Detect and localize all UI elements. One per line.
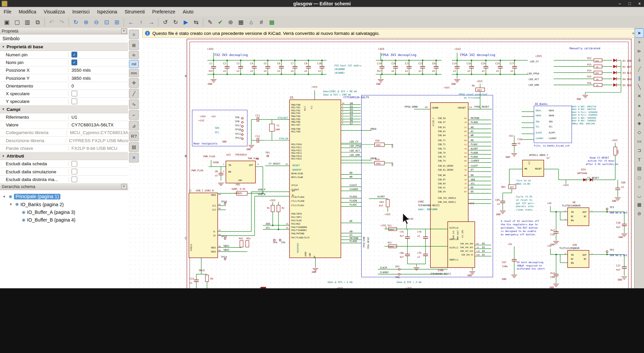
sch-label[interactable]: C16 bbox=[518, 138, 522, 141]
sch-label[interactable]: FLAGD bbox=[350, 240, 357, 243]
close-icon[interactable]: × bbox=[121, 184, 126, 189]
undo-button[interactable]: ↶ bbox=[46, 17, 57, 27]
sch-label[interactable]: 4 bbox=[223, 170, 224, 172]
sch-label[interactable]: 5 bbox=[342, 117, 343, 119]
sch-label[interactable]: FPGA 3V3 decoupling bbox=[381, 53, 416, 57]
sch-label[interactable]: PB3/FD3 bbox=[291, 112, 300, 115]
sch-label[interactable]: EN bbox=[228, 171, 231, 173]
add-junction-button[interactable]: ● bbox=[635, 101, 644, 110]
sch-label[interactable]: LED_CY bbox=[350, 140, 359, 143]
fpga-pin-name[interactable]: IOB_86 bbox=[438, 174, 445, 177]
sch-label[interactable]: LED_ACT bbox=[350, 149, 360, 152]
sch-label[interactable]: Addr A DAC: 0001110 bbox=[572, 105, 596, 108]
property-value[interactable]: CYPRESS FX2LP USB Microc bbox=[66, 138, 128, 143]
sch-label[interactable]: TP9 bbox=[235, 120, 239, 123]
sch-label[interactable]: RESET bbox=[292, 164, 300, 167]
sch-label[interactable]: FB1 bbox=[236, 183, 240, 186]
sch-label[interactable]: File: io_banks.kicad_sch bbox=[534, 144, 570, 147]
sch-label[interactable]: GNDPLL1 bbox=[449, 258, 459, 261]
save-button[interactable]: ▣ bbox=[2, 17, 12, 27]
junction-dot[interactable] bbox=[267, 60, 268, 61]
sch-label[interactable]: 5 bbox=[565, 210, 566, 212]
sch-label[interactable]: GND bbox=[391, 163, 393, 166]
zoom-fit-button[interactable]: ⊡ bbox=[101, 17, 112, 27]
sch-label[interactable]: Addr B DAC: 0001101 bbox=[572, 108, 596, 110]
junction-dot[interactable] bbox=[281, 73, 282, 75]
sch-label[interactable]: 1 bbox=[342, 105, 343, 107]
sch-label[interactable]: 3 bbox=[565, 219, 566, 221]
net-label[interactable]: A0 bbox=[471, 126, 474, 129]
fpga-pin-number[interactable]: J7 bbox=[464, 183, 467, 185]
sch-label[interactable]: U8 bbox=[573, 201, 576, 204]
sch-label[interactable]: D- bbox=[213, 230, 216, 233]
sch-label[interactable]: 4u7 bbox=[550, 272, 555, 275]
sch-label[interactable]: USB_N bbox=[258, 193, 265, 196]
sch-label[interactable]: A7 bbox=[218, 229, 221, 231]
sch-label[interactable]: u1 bbox=[511, 69, 514, 72]
sch-label[interactable]: clean state. bbox=[516, 208, 534, 211]
sch-label[interactable]: RESET bbox=[535, 168, 542, 170]
sch-label[interactable]: 1001 bbox=[477, 89, 482, 91]
sch-label[interactable]: active for >5 msec bbox=[588, 159, 614, 162]
sch-label[interactable]: CC2 bbox=[212, 209, 216, 211]
selection-tool-button[interactable]: ➤ bbox=[635, 29, 644, 38]
sch-label[interactable]: u1 bbox=[291, 69, 294, 72]
fpga-pin-number[interactable]: C4 bbox=[464, 148, 467, 150]
sch-label[interactable]: after 3.3V switches on bbox=[586, 163, 618, 166]
sch-label[interactable]: TP8 bbox=[235, 116, 239, 119]
sch-label[interactable]: 500 mA @ 3V3 bbox=[609, 211, 627, 214]
sch-label[interactable]: 1001 bbox=[389, 229, 394, 231]
sch-label[interactable]: CTL2/FLAGC bbox=[291, 204, 304, 207]
sch-label[interactable]: 1001 bbox=[376, 162, 381, 165]
sch-label[interactable]: TP3 bbox=[609, 206, 614, 209]
sch-label[interactable]: VCCIO_2 bbox=[432, 118, 435, 126]
fpga-pin-number[interactable]: J5 bbox=[464, 169, 467, 171]
sch-label[interactable]: as emergency off button. bbox=[501, 233, 536, 236]
section-header[interactable]: ▼Proprietà di base bbox=[0, 43, 128, 51]
sch-label[interactable]: +5V bbox=[547, 202, 552, 205]
property-checkbox[interactable] bbox=[71, 99, 77, 104]
sch-label[interactable]: A6 bbox=[218, 234, 221, 236]
sch-label[interactable]: SDA bbox=[215, 126, 219, 129]
sch-label[interactable]: TP1 bbox=[265, 151, 270, 154]
sch-label[interactable]: C19 bbox=[377, 62, 381, 65]
net-label[interactable]: CLKIF bbox=[471, 164, 478, 167]
property-value[interactable]: MCU_Cypress:CY7C68013A- bbox=[67, 130, 128, 135]
sch-label[interactable]: LED_ERR bbox=[350, 154, 360, 157]
sch-label[interactable]: PWR_FLAG bbox=[203, 155, 215, 158]
add-bus-entry-button[interactable]: ╲ bbox=[635, 83, 644, 92]
sch-label[interactable]: AGND bbox=[304, 251, 307, 256]
add-hierarchical-label-button[interactable]: ◇ bbox=[635, 128, 644, 137]
units-mils-button[interactable]: mil bbox=[129, 60, 139, 68]
sch-label[interactable]: SW1 bbox=[501, 185, 505, 188]
add-sheet-button[interactable]: ▭ bbox=[635, 137, 644, 146]
sch-label[interactable]: +3V3 bbox=[476, 80, 482, 83]
section-header[interactable]: ▼Attributi bbox=[0, 152, 128, 160]
add-wire-button[interactable]: ╱ bbox=[635, 65, 644, 73]
sch-label[interactable]: R15 bbox=[587, 75, 591, 78]
sch-label[interactable]: 6 bbox=[565, 253, 566, 255]
sch-label[interactable]: 1001 bbox=[389, 246, 394, 248]
component-outline[interactable] bbox=[205, 275, 209, 282]
sch-label[interactable]: SBU1 bbox=[223, 244, 229, 247]
sch-label[interactable]: +3V3 bbox=[269, 199, 275, 202]
sch-label[interactable]: CC1 bbox=[212, 204, 216, 207]
sch-label[interactable]: CLKREF bbox=[350, 188, 358, 191]
sch-label[interactable]: C80 bbox=[399, 252, 404, 254]
sch-label[interactable]: PWR_FLAG bbox=[248, 157, 259, 160]
sch-label[interactable]: SDA bbox=[266, 222, 270, 225]
expander-icon[interactable]: ▾ bbox=[3, 194, 7, 198]
property-checkbox[interactable]: ✓ bbox=[71, 52, 77, 57]
fpga-pin-name[interactable]: IOB_56 bbox=[438, 117, 445, 120]
junction-dot[interactable] bbox=[457, 73, 458, 75]
sch-label[interactable]: USB_C_USB2.0 bbox=[196, 189, 214, 192]
menu-item-inserisci[interactable]: Inserisci bbox=[68, 8, 93, 15]
sch-label[interactable]: FPGA_DONE bbox=[363, 236, 365, 247]
sch-label[interactable]: u1 bbox=[417, 235, 420, 237]
nav-forward-button[interactable]: → bbox=[146, 17, 157, 27]
sch-label[interactable]: TP7 bbox=[395, 265, 399, 268]
junction-dot[interactable] bbox=[408, 73, 410, 75]
sch-label[interactable]: 1001 bbox=[379, 201, 384, 203]
sch-label[interactable]: C81 bbox=[432, 62, 436, 65]
sch-label[interactable]: K8 bbox=[425, 106, 428, 108]
